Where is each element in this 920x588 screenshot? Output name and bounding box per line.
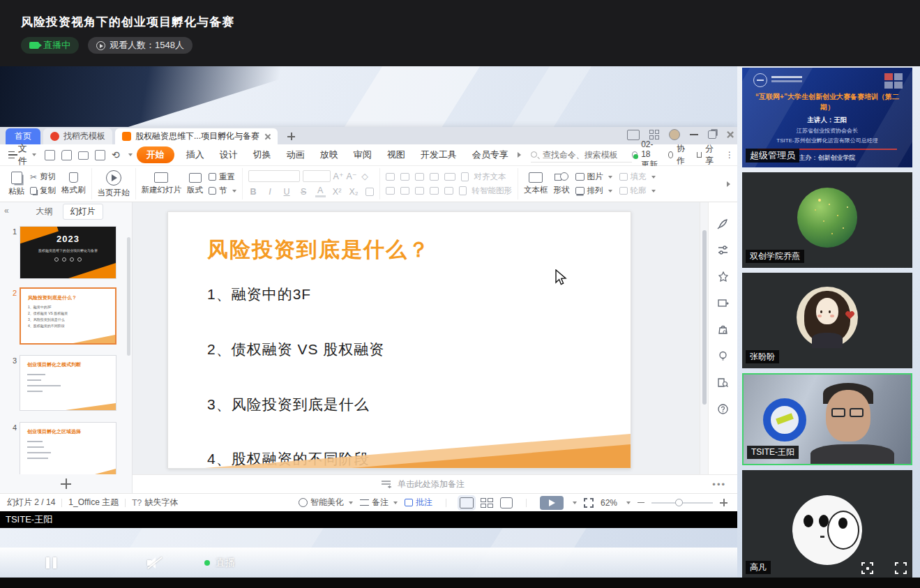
fill-button[interactable]: 填充 (619, 172, 656, 182)
menu-tab-design[interactable]: 设计 (212, 149, 246, 161)
notes-more-icon[interactable]: ••• (712, 479, 726, 490)
slide-thumbnail-4[interactable]: 创业项目孵化之区域选择 (20, 422, 116, 474)
restore-window-icon[interactable] (708, 130, 716, 139)
ribbon-more-button[interactable] (723, 168, 734, 199)
decrease-font-icon[interactable]: A⁻ (347, 171, 357, 181)
highlight-icon[interactable] (365, 188, 374, 196)
play-from-current-button[interactable]: 当页开始 (98, 170, 130, 198)
arrange-button[interactable]: 排列 (575, 186, 612, 196)
increase-indent-icon[interactable] (430, 173, 439, 181)
more-menus-icon[interactable] (518, 152, 521, 158)
file-menu[interactable]: 文件 (0, 142, 36, 167)
add-slide-footer-button[interactable] (0, 474, 133, 493)
textbox-button[interactable]: 文本框 (524, 172, 548, 195)
notes-toggle-button[interactable]: 备注 (360, 497, 398, 508)
align-right-icon[interactable] (415, 187, 424, 195)
participant-tile-zhangpanpan[interactable]: 张盼盼 (742, 273, 912, 368)
text-direction-icon[interactable] (444, 173, 455, 181)
theater-mode-icon[interactable] (861, 562, 873, 574)
command-search[interactable] (531, 147, 632, 163)
collapse-panel-icon[interactable]: « (4, 206, 9, 216)
format-painter-button[interactable]: 格式刷 (61, 172, 86, 195)
search-input[interactable] (541, 149, 632, 160)
find-in-doc-icon[interactable] (717, 377, 729, 389)
numbered-list-icon[interactable] (400, 173, 409, 181)
fit-slide-icon[interactable] (584, 498, 594, 508)
minimize-icon[interactable] (690, 134, 698, 135)
participant-tile-gaofan[interactable]: 高凡 (742, 470, 912, 579)
superscript-button[interactable]: X² (332, 187, 342, 197)
menu-tab-animation[interactable]: 动画 (279, 149, 312, 161)
distribute-icon[interactable] (444, 187, 453, 195)
reading-view-button[interactable] (500, 497, 513, 508)
smart-beautify-button[interactable]: 智能美化 (299, 497, 353, 508)
zoom-slider-knob[interactable] (675, 499, 683, 506)
menu-tab-view[interactable]: 视图 (379, 149, 413, 161)
copy-button[interactable]: 复制 (30, 186, 56, 196)
pause-button[interactable] (46, 557, 56, 568)
panel-scrollbar[interactable] (127, 237, 130, 356)
clear-format-icon[interactable]: ◇ (360, 171, 370, 181)
menu-tab-start[interactable]: 开始 (137, 146, 174, 163)
normal-view-button[interactable] (460, 497, 474, 508)
italic-button[interactable]: I (265, 187, 276, 197)
tab-document[interactable]: 股权融资思维下...项目孵化与备赛 (115, 128, 278, 144)
menu-tab-member[interactable]: 会员专享 (465, 149, 516, 161)
increase-font-icon[interactable]: A⁺ (333, 171, 344, 181)
zoom-level[interactable]: 62% (601, 498, 617, 508)
participant-tile-wangyang-active[interactable]: TSITE-王阳 (742, 373, 912, 465)
workspace-grid-icon[interactable] (649, 130, 659, 140)
outline-button[interactable]: 轮廓 (619, 186, 656, 196)
magic-star-icon[interactable] (717, 271, 729, 282)
strikethrough-button[interactable]: S (299, 187, 309, 197)
tab-slides[interactable]: 幻灯片 (63, 204, 103, 220)
zoom-slider[interactable] (651, 502, 713, 504)
menu-tab-slideshow[interactable]: 放映 (312, 149, 346, 161)
shapes-button[interactable]: 形状 (554, 172, 570, 195)
font-color-button[interactable]: A (315, 186, 326, 197)
notes-bar[interactable]: 单击此处添加备注 ••• (133, 474, 737, 493)
align-text-button[interactable]: 对齐文本 (474, 172, 506, 182)
participant-tile-admin[interactable]: “互联网+”大学生创新创业大赛备赛培训（第二期） 主讲人：王阳 江苏省创业投资协… (742, 68, 912, 167)
smart-graphic-button[interactable]: 转智能图形 (472, 186, 513, 196)
new-tab-button[interactable] (287, 128, 295, 144)
chevron-down-icon[interactable] (573, 502, 577, 504)
menu-tab-insert[interactable]: 插入 (179, 149, 212, 161)
print-icon[interactable] (78, 151, 89, 160)
scrollbar-thumb[interactable] (702, 230, 707, 405)
menu-tab-transition[interactable]: 切换 (246, 149, 279, 161)
cut-button[interactable]: ✂ 剪切 (30, 172, 56, 182)
slide-thumbnail-2-selected[interactable]: 风险投资到底是什么？ 1、融资中的3F 2、债权融资 VS 股权融资 3、风险投… (20, 287, 116, 345)
participant-tile-qiaoyan[interactable]: 双创学院乔燕 (742, 172, 912, 268)
slide-thumbnail-1[interactable]: 2023 股权融资思维下的创业项目孵化与备赛 (20, 226, 116, 279)
more-options-icon[interactable]: ⋮ (725, 150, 734, 160)
zoom-in-button[interactable] (720, 499, 727, 506)
slideshow-play-button[interactable] (540, 496, 564, 510)
rocket-icon[interactable] (717, 218, 729, 229)
align-center-icon[interactable] (400, 187, 409, 195)
bullet-list-icon[interactable] (386, 173, 395, 181)
menu-tab-review[interactable]: 审阅 (346, 149, 379, 161)
font-size-select[interactable] (303, 170, 331, 182)
reset-button[interactable]: 重置 (209, 172, 236, 182)
zoom-out-button[interactable] (638, 502, 644, 504)
new-slide-button[interactable]: 新建幻灯片 (142, 172, 182, 195)
muted-speaker-icon[interactable] (147, 557, 163, 569)
fullscreen-icon[interactable] (895, 562, 907, 574)
slide-switch-icon[interactable] (717, 297, 729, 309)
idea-bulb-icon[interactable] (717, 350, 729, 362)
theme-name[interactable]: 1_Office 主题 (68, 497, 119, 508)
line-spacing-icon[interactable] (461, 172, 469, 181)
resource-bag-icon[interactable] (717, 324, 729, 336)
print-preview-icon[interactable] (95, 150, 105, 160)
share-button[interactable]: 分享 (697, 143, 716, 167)
undo-icon[interactable]: ⟲ (112, 149, 120, 160)
tab-list-icon[interactable] (627, 130, 640, 140)
current-slide[interactable]: 风险投资到底是什么？ 1、融资中的3F 2、债权融资 VS 股权融资 3、风险投… (167, 211, 631, 469)
help-icon[interactable] (717, 403, 729, 415)
save-icon[interactable] (61, 150, 72, 160)
comment-button[interactable]: 批注 (405, 497, 432, 508)
underline-button[interactable]: U (282, 187, 292, 197)
canvas-scrollbar[interactable] (700, 202, 708, 474)
row-spacing-icon[interactable] (459, 186, 467, 195)
